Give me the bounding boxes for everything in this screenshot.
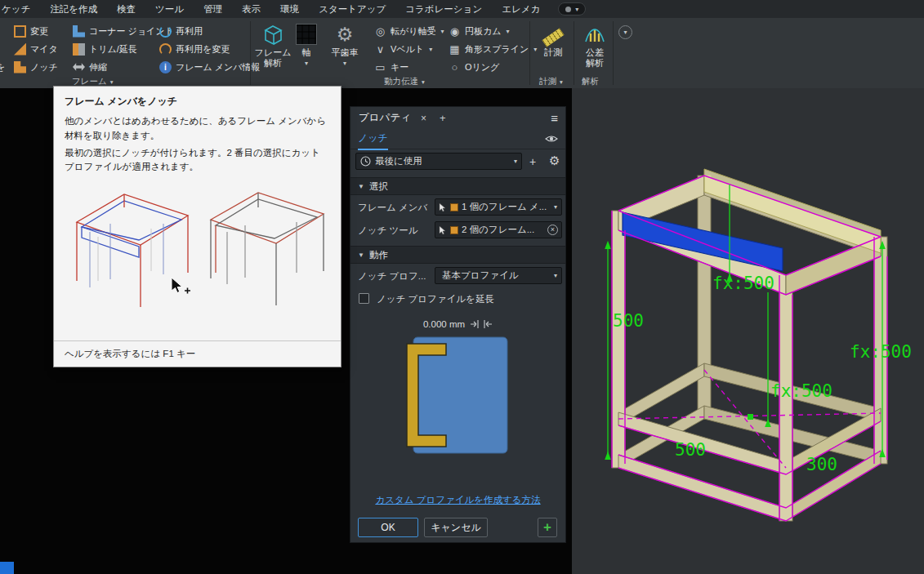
- menu-get-started[interactable]: スタートアップ: [309, 0, 395, 18]
- ribbon-options-button[interactable]: ▾: [618, 25, 632, 39]
- viewport-3d[interactable]: 500 fx:500 fx:500 fx:500 500 300: [572, 88, 924, 574]
- spur-gear-icon: ⚙: [334, 24, 355, 45]
- ribbon-button-frame-member-info[interactable]: i フレーム メンバ情報: [157, 59, 263, 75]
- button-label: 伸縮: [89, 61, 107, 73]
- custom-profile-link[interactable]: カスタム プロファイルを作成する方法: [375, 495, 540, 505]
- reuse-icon: [159, 25, 172, 38]
- ribbon-button-frame-analysis[interactable]: フレーム 解析: [253, 20, 292, 84]
- ribbon-button-o-ring[interactable]: ○ Oリング: [446, 59, 502, 75]
- chevron-down-icon: ▾: [575, 6, 578, 13]
- mouse-cursor-icon: [170, 277, 191, 298]
- menu-environment[interactable]: 環境: [270, 0, 309, 18]
- extend-profile-checkbox[interactable]: [359, 293, 369, 304]
- tooltip-footer: ヘルプを表示するには F1 キー: [54, 340, 341, 367]
- dim-depth-bottom: 300: [806, 455, 837, 474]
- menu-manage[interactable]: 管理: [194, 0, 232, 18]
- button-label: Vベルト: [391, 43, 424, 56]
- gear-icon[interactable]: ⚙: [549, 154, 560, 168]
- corner-joint-icon: [73, 25, 85, 38]
- chevron-down-icon: ▾: [110, 78, 114, 86]
- notch-tool-selector[interactable]: 2 個のフレーム... ×: [435, 221, 562, 238]
- panel-tab-bar: ノッチ: [350, 129, 565, 149]
- ribbon-button-measure[interactable]: 計測: [535, 20, 571, 84]
- ribbon-button-spur-gear[interactable]: ⚙ 平歯車 ▾: [324, 20, 366, 84]
- ribbon-button-key[interactable]: ▭ キー: [372, 59, 411, 75]
- ribbon-button-v-belt[interactable]: ∨ Vベルト ▾: [372, 41, 435, 57]
- chevron-down-icon: ▾: [305, 60, 308, 67]
- trim-extend-icon: [73, 43, 85, 56]
- ribbon-button-spline[interactable]: ▦ 角形スプライン ▾: [446, 41, 539, 57]
- section-collapse-icon: ▼: [358, 251, 364, 259]
- spline-icon: ▦: [449, 43, 461, 56]
- tooltip-illustration-right: [203, 175, 333, 322]
- app-badge-icon: [565, 7, 571, 12]
- clear-selection-icon[interactable]: ×: [547, 225, 558, 235]
- section-selection[interactable]: ▼ 選択: [350, 177, 565, 195]
- frame-analysis-icon: [262, 24, 283, 45]
- change-reuse-icon: [159, 43, 172, 56]
- preset-dropdown[interactable]: 最後に使用 ▾: [355, 153, 522, 170]
- measure-icon: [542, 28, 564, 47]
- preset-row: 最後に使用 ▾ + ⚙: [350, 153, 565, 172]
- notch-tool-label: ノッチ ツール: [358, 225, 418, 237]
- menu-inspect[interactable]: 検査: [107, 0, 145, 18]
- hamburger-menu-icon[interactable]: ≡: [551, 111, 558, 125]
- ribbon-button-miter[interactable]: マイタ: [11, 41, 60, 57]
- ribbon-button-change[interactable]: 変更: [11, 23, 51, 39]
- grip-point[interactable]: [748, 414, 753, 420]
- ribbon-button-rolling-bearing[interactable]: ◎ 転がり軸受 ▾: [372, 23, 447, 39]
- button-label: 角形スプライン: [465, 43, 529, 56]
- offset-value[interactable]: 0.000 mm: [423, 319, 465, 329]
- menu-collaborate[interactable]: コラボレーション: [395, 0, 492, 18]
- add-button[interactable]: +: [538, 518, 557, 537]
- ribbon-button-notch[interactable]: ノッチ: [11, 59, 60, 75]
- panel-actions: OK キャンセル +: [350, 518, 565, 539]
- menu-annotate[interactable]: 注記を作成: [40, 0, 107, 18]
- add-tab-icon[interactable]: +: [440, 112, 446, 124]
- shaft-icon: [296, 24, 317, 45]
- ribbon-button-clipped-left[interactable]: を: [0, 59, 7, 75]
- ok-button[interactable]: OK: [358, 518, 418, 537]
- ribbon-button-reuse[interactable]: 再利用: [157, 23, 205, 39]
- ribbon-button-lengthen[interactable]: 伸縮: [70, 59, 109, 75]
- menu-electromechanical[interactable]: エレメカ: [492, 0, 550, 18]
- ribbon-group-power-transmission[interactable]: 動力伝達 ▾: [384, 76, 425, 87]
- button-label: 軸: [302, 47, 311, 58]
- extend-profile-label: ノッチ プロファイルを延長: [377, 293, 494, 305]
- menu-tools[interactable]: ツール: [145, 0, 194, 18]
- group-label: 解析: [582, 76, 599, 87]
- dim-fx-right: fx:500: [850, 342, 912, 362]
- notch-profile-preview: [350, 334, 567, 456]
- ribbon-button-change-reuse[interactable]: 再利用を変更: [157, 41, 232, 57]
- menu-sketch[interactable]: ケッチ: [0, 0, 40, 18]
- ribbon-button-tolerance-analysis[interactable]: 公差 解析: [576, 20, 614, 84]
- dim-width-bottom: 500: [675, 440, 706, 460]
- chevron-down-icon: ▾: [343, 60, 346, 67]
- close-icon[interactable]: ×: [421, 113, 426, 124]
- cancel-button[interactable]: キャンセル: [424, 518, 488, 537]
- section-label: 動作: [369, 249, 388, 261]
- ribbon-separator: [529, 21, 530, 85]
- account-pill[interactable]: ▾: [558, 2, 586, 16]
- ribbon-button-disc-cam[interactable]: ◉ 円板カム ▾: [446, 23, 512, 39]
- tab-notch[interactable]: ノッチ: [358, 131, 388, 150]
- notch-profile-dropdown[interactable]: 基本プロファイル ▾: [435, 267, 562, 284]
- add-preset-icon[interactable]: +: [529, 155, 536, 168]
- frame-member-selector[interactable]: 1 個のフレーム メ... ▾: [435, 198, 562, 216]
- button-label: 転がり軸受: [391, 25, 436, 38]
- ribbon-group-measure[interactable]: 計測 ▾: [539, 76, 563, 87]
- ribbon-button-shaft[interactable]: 軸 ▾: [291, 20, 322, 84]
- preset-value: 最後に使用: [375, 155, 422, 167]
- visibility-eye-icon[interactable]: [545, 134, 558, 144]
- frame-model: 500 fx:500 fx:500 fx:500 500 300: [572, 88, 924, 574]
- button-label: Oリング: [465, 61, 499, 73]
- tooltip-body-2: 最初の選択にノッチが付けられます。2 番目の選択にカット プロファイルが適用され…: [54, 144, 341, 176]
- menu-view[interactable]: 表示: [232, 0, 270, 18]
- section-behavior[interactable]: ▼ 動作: [350, 246, 565, 264]
- ribbon-button-trim-extend[interactable]: トリム/延長: [70, 41, 140, 57]
- panel-title: プロパティ: [359, 111, 411, 125]
- frame-member-row: フレーム メンバ 1 個のフレーム メ... ▾: [350, 198, 565, 216]
- ribbon: を 変更 マイタ ノッチ コーナー ジョイント トリム/延長 伸縮 再利用 再利…: [0, 18, 924, 88]
- ribbon-group-analysis[interactable]: 解析: [582, 76, 599, 87]
- section-label: 選択: [369, 180, 388, 193]
